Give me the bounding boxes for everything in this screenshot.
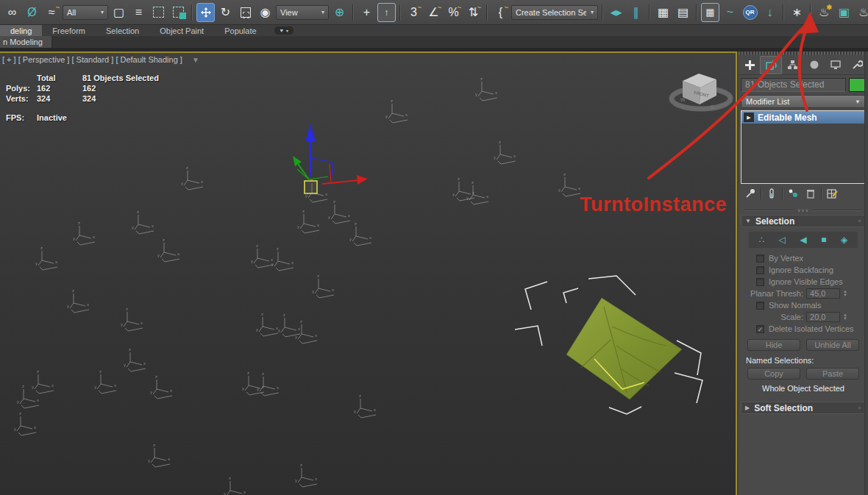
viewport-label[interactable]: [ + ] [ Perspective ] [ Standard ] [ Def…: [2, 55, 199, 64]
spinner-value[interactable]: 20,0: [806, 312, 840, 322]
axis-tripod-object[interactable]: [132, 210, 154, 234]
ribbon-tab-object-paint[interactable]: Object Paint: [149, 25, 214, 36]
rectangular-selection-region-icon[interactable]: [149, 3, 168, 22]
layer-manager-icon[interactable]: ▦: [654, 3, 672, 22]
axis-tripod-object[interactable]: [271, 246, 294, 271]
axis-tripod-object[interactable]: [148, 443, 170, 467]
xy-plane-handle[interactable]: [305, 181, 317, 193]
soft-selection-rollout-header[interactable]: ▶ Soft Selection ¤: [741, 402, 866, 414]
rollout-splitter[interactable]: ∨∨∨: [744, 207, 862, 212]
tab-polygon-modeling[interactable]: n Modeling: [0, 36, 52, 48]
unhide-all-button[interactable]: Unhide All: [806, 339, 859, 351]
axis-tripod-object[interactable]: [181, 165, 203, 190]
rendered-frame-window-icon[interactable]: ▣: [835, 3, 853, 22]
perspective-viewport[interactable]: [ + ] [ Perspective ] [ Standard ] [ Def…: [0, 51, 737, 495]
axis-tripod-object[interactable]: [385, 99, 408, 123]
axis-tripod-object[interactable]: [94, 369, 116, 393]
tab-create[interactable]: [739, 56, 760, 74]
axis-tripod-object[interactable]: [124, 347, 146, 371]
select-and-rotate-icon[interactable]: ↻: [216, 3, 235, 22]
unlink-selection-icon[interactable]: Ø: [23, 3, 41, 22]
checkbox[interactable]: [756, 266, 764, 274]
viewport-label-text[interactable]: [ + ] [ Perspective ] [ Standard ] [ Def…: [2, 55, 182, 64]
ribbon-tab-freeform[interactable]: Freeform: [42, 25, 96, 36]
pin-stack-icon[interactable]: [744, 188, 756, 199]
modifier-stack[interactable]: ▶ Editable Mesh: [741, 110, 866, 184]
axis-tripod-object[interactable]: [35, 246, 57, 270]
checkbox[interactable]: [756, 302, 764, 310]
checkbox[interactable]: ✓: [756, 325, 764, 333]
mirror-icon[interactable]: ◂▸: [607, 3, 625, 22]
stack-item-editable-mesh[interactable]: ▶ Editable Mesh: [741, 111, 865, 124]
object-name-field[interactable]: 81 Objects Selected: [741, 78, 846, 92]
element-subobject-icon[interactable]: ◈: [841, 235, 847, 245]
checkbox[interactable]: [756, 254, 764, 263]
spinner-arrows[interactable]: ▲▼: [843, 313, 847, 321]
render-production-icon[interactable]: ♨: [855, 3, 868, 22]
viewcube[interactable]: FRONT W S: [672, 74, 730, 110]
axis-tripod-object[interactable]: [475, 76, 497, 101]
render-setup-icon[interactable]: ♨✱: [815, 3, 833, 22]
hide-button[interactable]: Hide: [747, 339, 800, 351]
select-and-place-icon[interactable]: ◉: [256, 3, 274, 22]
ribbon-minimize-button[interactable]: ▼▾: [274, 26, 294, 35]
axis-tripod-object[interactable]: [295, 463, 317, 487]
tab-modify[interactable]: [760, 56, 781, 74]
spinner-value[interactable]: 45,0: [806, 288, 840, 299]
bind-to-space-warp-icon[interactable]: ≈~: [43, 3, 61, 22]
axis-tripod-object[interactable]: [312, 274, 334, 298]
move-gizmo[interactable]: [293, 124, 368, 193]
select-and-move-icon[interactable]: [196, 3, 215, 22]
remove-modifier-icon[interactable]: [805, 188, 817, 199]
percent-snap-icon[interactable]: %~: [444, 3, 463, 22]
snaps-toggle-icon[interactable]: 3~: [405, 3, 423, 22]
axis-tripod-object[interactable]: [328, 199, 350, 224]
ribbon-tab-deling[interactable]: deling: [0, 25, 42, 36]
axis-tripod-object[interactable]: [73, 221, 95, 245]
window-crossing-toggle-icon[interactable]: [169, 3, 188, 22]
axis-tripod-object[interactable]: [278, 313, 300, 337]
configure-modifier-sets-icon[interactable]: [826, 188, 839, 199]
select-object-icon[interactable]: ▢: [110, 3, 128, 22]
object-color-swatch[interactable]: [849, 78, 866, 92]
axis-tripod-object[interactable]: [256, 312, 278, 336]
schematic-view-icon[interactable]: QR: [741, 3, 759, 22]
make-unique-icon[interactable]: [787, 188, 800, 199]
select-by-name-icon[interactable]: ≡: [129, 3, 148, 22]
axis-tripod-object[interactable]: [150, 374, 172, 399]
paste-button[interactable]: Paste: [806, 368, 859, 380]
axis-tripod-object[interactable]: [67, 288, 89, 313]
angle-snap-icon[interactable]: ∠~: [424, 3, 443, 22]
spinner-snap-icon[interactable]: ⇅~: [464, 3, 483, 22]
axis-tripod-object[interactable]: [558, 172, 580, 196]
expand-arrow-icon[interactable]: ▶: [744, 113, 754, 122]
axis-tripod-object[interactable]: [224, 476, 246, 495]
curve-editor-icon[interactable]: ~: [721, 3, 739, 22]
axis-tripod-object[interactable]: [349, 221, 371, 246]
leaf-plane-object[interactable]: [566, 298, 682, 399]
polygon-subobject-icon[interactable]: ■: [821, 235, 826, 245]
axis-tripod-object[interactable]: [354, 393, 376, 418]
axis-tripod-object[interactable]: [251, 243, 273, 268]
ribbon-tab-selection[interactable]: Selection: [96, 25, 149, 36]
panel-scroll-strip[interactable]: [864, 51, 868, 495]
selection-rollout-header[interactable]: ▼ Selection ¤: [741, 215, 866, 227]
select-and-scale-icon[interactable]: [236, 3, 255, 22]
show-end-result-icon[interactable]: [766, 188, 778, 199]
import-download-icon[interactable]: ↓: [761, 3, 779, 22]
axis-tripod-object[interactable]: [242, 371, 264, 395]
tab-motion[interactable]: [803, 56, 825, 74]
tab-display[interactable]: [825, 56, 846, 74]
filter-funnel-icon[interactable]: ▼: [192, 56, 199, 64]
reference-coordinate-system-dropdown[interactable]: View▾: [276, 5, 329, 20]
axis-tripod-object[interactable]: [466, 180, 488, 204]
axis-tripod-object[interactable]: [32, 369, 54, 393]
axis-tripod-object[interactable]: [157, 238, 179, 262]
checkbox[interactable]: [756, 278, 764, 286]
axis-tripod-object[interactable]: [257, 371, 279, 396]
select-and-link-icon[interactable]: ∞: [3, 3, 21, 22]
keyboard-shortcut-override-icon[interactable]: ↑: [377, 3, 396, 22]
copy-button[interactable]: Copy: [747, 368, 800, 380]
align-icon[interactable]: ∥: [627, 3, 645, 22]
snapshot-array-icon[interactable]: ∗: [788, 3, 806, 22]
